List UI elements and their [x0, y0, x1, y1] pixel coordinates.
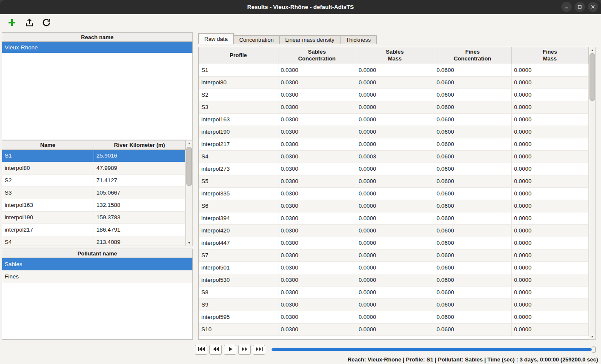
profiles-scroll-thumb[interactable]: [186, 147, 192, 186]
cell[interactable]: S3: [199, 101, 278, 113]
cell[interactable]: 0.0300: [278, 200, 356, 212]
cell[interactable]: 0.0600: [434, 200, 511, 212]
cell[interactable]: 0.0000: [511, 89, 589, 101]
tab-raw-data[interactable]: Raw data: [198, 33, 234, 44]
result-row[interactable]: S100.03000.00000.06000.0000: [199, 323, 589, 335]
cell[interactable]: 0.0000: [511, 237, 589, 249]
cell[interactable]: 0.0300: [278, 311, 356, 323]
cell[interactable]: 0.0000: [511, 175, 589, 187]
cell[interactable]: 0.0300: [278, 212, 356, 224]
cell[interactable]: 0.0300: [278, 76, 356, 89]
cell[interactable]: 0.0600: [434, 237, 511, 249]
cell[interactable]: 0.0000: [356, 64, 434, 76]
pollutant-list-item[interactable]: Sables: [2, 258, 192, 270]
cell[interactable]: S1: [199, 64, 278, 76]
reach-list-item[interactable]: Vieux-Rhone: [2, 42, 192, 53]
result-row[interactable]: interpol2170.03000.00000.06000.0000: [199, 138, 589, 150]
cell[interactable]: 0.0300: [278, 224, 356, 237]
titlebar[interactable]: Results - Vieux-Rhône - default-AdisTS: [0, 0, 601, 14]
skip-end-button[interactable]: [253, 345, 265, 355]
cell[interactable]: 0.0300: [278, 261, 356, 274]
cell[interactable]: interpol80: [2, 162, 94, 174]
step-back-button[interactable]: [209, 345, 222, 355]
minimize-button[interactable]: [561, 2, 572, 12]
cell[interactable]: interpol530: [199, 274, 278, 286]
cell[interactable]: 213.4089: [94, 236, 186, 246]
add-button[interactable]: [6, 17, 18, 30]
cell[interactable]: 0.0000: [511, 224, 589, 237]
refresh-button[interactable]: [41, 17, 52, 29]
cell[interactable]: 0.0000: [356, 212, 434, 224]
pollutant-list-item[interactable]: Fines: [2, 270, 192, 283]
column-header-name[interactable]: Name: [2, 140, 94, 149]
result-row[interactable]: interpol5950.03000.00000.06000.0000: [199, 311, 589, 323]
profiles-scrollbar[interactable]: ▲ ▼: [186, 140, 193, 246]
cell[interactable]: 0.0300: [278, 175, 356, 187]
cell[interactable]: 0.0600: [434, 249, 511, 261]
cell[interactable]: 0.0300: [278, 323, 356, 335]
cell[interactable]: 0.0000: [511, 212, 589, 224]
tab-concentration[interactable]: Concentration: [233, 35, 280, 44]
cell[interactable]: S9: [199, 298, 278, 311]
cell[interactable]: S2: [2, 174, 94, 186]
skip-start-button[interactable]: [195, 345, 207, 355]
cell[interactable]: 0.0000: [511, 323, 589, 335]
result-row[interactable]: S80.03000.00000.06000.0000: [199, 286, 589, 298]
tab-linear-mass-density[interactable]: Linear mass density: [279, 35, 341, 44]
scroll-down-icon[interactable]: ▼: [589, 334, 595, 339]
column-header-sables-concentration[interactable]: Sables Concentration: [278, 47, 356, 64]
scroll-up-icon[interactable]: ▲: [589, 47, 595, 53]
cell[interactable]: interpol163: [2, 199, 94, 211]
cell[interactable]: 0.0000: [356, 138, 434, 150]
result-row[interactable]: interpol5010.03000.00000.06000.0000: [199, 261, 589, 274]
cell[interactable]: 0.0000: [356, 286, 434, 298]
cell[interactable]: 0.0000: [511, 163, 589, 175]
cell[interactable]: 0.0300: [278, 237, 356, 249]
column-header-profile[interactable]: Profile: [199, 47, 278, 64]
column-header-fines-mass[interactable]: Fines Mass: [511, 47, 589, 64]
cell[interactable]: S4: [2, 236, 94, 246]
result-row[interactable]: S30.03000.00000.06000.0000: [199, 101, 589, 113]
cell[interactable]: 0.0000: [356, 200, 434, 212]
cell[interactable]: S4: [199, 150, 278, 163]
cell[interactable]: 0.0600: [434, 224, 511, 237]
result-row[interactable]: interpol800.03000.00000.06000.0000: [199, 76, 589, 89]
cell[interactable]: 0.0000: [511, 76, 589, 89]
cell[interactable]: S8: [199, 286, 278, 298]
result-row[interactable]: interpol5300.03000.00000.06000.0000: [199, 274, 589, 286]
cell[interactable]: 0.0600: [434, 126, 511, 138]
cell[interactable]: 0.0000: [356, 224, 434, 237]
cell[interactable]: 0.0000: [356, 76, 434, 89]
cell[interactable]: 0.0300: [278, 249, 356, 261]
cell[interactable]: 71.4127: [94, 174, 186, 186]
cell[interactable]: interpol80: [199, 76, 278, 89]
cell[interactable]: 0.0300: [278, 187, 356, 200]
profile-row[interactable]: S125.9016: [2, 149, 186, 162]
cell[interactable]: interpol190: [199, 126, 278, 138]
cell[interactable]: 0.0300: [278, 126, 356, 138]
cell[interactable]: 0.0300: [278, 163, 356, 175]
cell[interactable]: S2: [199, 89, 278, 101]
results-scroll-track[interactable]: [589, 53, 595, 334]
cell[interactable]: interpol447: [199, 237, 278, 249]
column-header-sables-mass[interactable]: Sables Mass: [356, 47, 434, 64]
cell[interactable]: 0.0600: [434, 64, 511, 76]
close-button[interactable]: [588, 2, 598, 12]
cell[interactable]: 0.0000: [511, 261, 589, 274]
column-header-river-kilometer[interactable]: River Kilometer (m): [94, 140, 186, 149]
cell[interactable]: S5: [199, 175, 278, 187]
profiles-scroll-track[interactable]: [186, 146, 192, 240]
cell[interactable]: interpol394: [199, 212, 278, 224]
profile-row[interactable]: S4213.4089: [2, 236, 186, 246]
cell[interactable]: 0.0300: [278, 138, 356, 150]
profile-row[interactable]: interpol190159.3783: [2, 211, 186, 224]
cell[interactable]: 0.0000: [356, 298, 434, 311]
cell[interactable]: 0.0000: [511, 249, 589, 261]
cell[interactable]: S1: [2, 149, 94, 162]
cell[interactable]: 0.0000: [356, 187, 434, 200]
cell[interactable]: 105.0667: [94, 186, 186, 199]
cell[interactable]: 0.0600: [434, 286, 511, 298]
cell[interactable]: 0.0000: [356, 237, 434, 249]
cell[interactable]: 0.0003: [356, 150, 434, 163]
result-row[interactable]: interpol3350.03000.00000.06000.0000: [199, 187, 589, 200]
